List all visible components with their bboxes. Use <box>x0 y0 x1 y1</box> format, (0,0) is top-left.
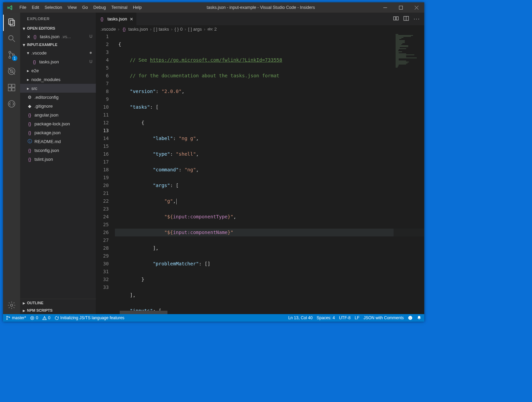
open-editor-item[interactable]: × {} tasks.json .vs... U <box>20 32 96 41</box>
file-tslint[interactable]: {}tslint.json <box>20 155 96 164</box>
activity-scm[interactable]: 1 <box>3 47 20 64</box>
file-gitignore[interactable]: ◆.gitignore <box>20 102 96 110</box>
status-encoding[interactable]: UTF-8 <box>339 315 351 320</box>
activity-debug[interactable] <box>3 64 20 80</box>
menu-bar: File Edit Selection View Go Debug Termin… <box>17 5 145 10</box>
open-editors-header[interactable]: ▾OPEN EDITORS <box>20 25 96 32</box>
json-icon: {} <box>32 59 37 64</box>
file-label: .gitignore <box>34 104 53 109</box>
gear-icon: ⚙ <box>27 94 32 100</box>
npm-scripts-header[interactable]: ▸NPM SCRIPTS <box>20 307 96 314</box>
file-label: tsconfig.json <box>34 148 59 153</box>
outline-label: OUTLINE <box>27 301 43 305</box>
svg-point-26 <box>411 317 411 318</box>
project-label: INPUT-EXAMPLE <box>27 43 57 47</box>
menu-file[interactable]: File <box>17 5 29 10</box>
file-angular-json[interactable]: {}angular.json <box>20 110 96 119</box>
close-button[interactable] <box>409 2 424 13</box>
status-eol[interactable]: LF <box>355 315 359 320</box>
close-icon[interactable]: × <box>130 16 133 22</box>
folder-e2e[interactable]: ▸e2e <box>20 66 96 75</box>
status-warnings[interactable]: 0 <box>42 315 50 320</box>
chevron-right-icon: ▸ <box>27 77 29 82</box>
crumb-tasks[interactable]: tasks <box>159 27 169 32</box>
window-controls <box>377 2 424 13</box>
svg-point-25 <box>409 317 410 318</box>
status-init[interactable]: Initializing JS/TS language features <box>55 315 124 320</box>
json-icon: {} <box>27 148 32 153</box>
tab-tasks-json[interactable]: {} tasks.json × <box>96 13 137 25</box>
status-cursor-pos[interactable]: Ln 13, Col 40 <box>288 315 312 320</box>
file-editorconfig[interactable]: ⚙.editorconfig <box>20 93 96 102</box>
crumb-leaf[interactable]: 2 <box>214 27 217 32</box>
project-header[interactable]: ▾INPUT-EXAMPLE <box>20 41 96 48</box>
json-icon: {} <box>27 121 32 126</box>
folder-label: .vscode <box>31 50 47 56</box>
feedback-icon[interactable] <box>408 315 413 320</box>
activity-extensions[interactable] <box>3 80 20 96</box>
vscode-window: File Edit Selection View Go Debug Termin… <box>3 2 424 322</box>
folder-node-modules[interactable]: ▸node_modules <box>20 75 96 84</box>
code-content[interactable]: { // See https://go.microsoft.com/fwlink… <box>115 33 424 311</box>
json-icon: {} <box>27 156 32 162</box>
crumb-index[interactable]: 0 <box>180 27 182 32</box>
activity-search[interactable] <box>3 31 20 47</box>
file-package-lock[interactable]: {}package-lock.json <box>20 119 96 128</box>
file-tsconfig[interactable]: {}tsconfig.json <box>20 146 96 155</box>
file-tasks-json[interactable]: {}tasks.jsonU <box>20 57 96 66</box>
file-readme[interactable]: ⓘREADME.md <box>20 137 96 146</box>
activity-explorer[interactable] <box>3 15 20 31</box>
vscode-logo-icon <box>3 5 17 11</box>
folder-label: src <box>31 86 37 91</box>
menu-help[interactable]: Help <box>130 5 145 10</box>
activity-remote[interactable] <box>3 96 20 113</box>
menu-debug[interactable]: Debug <box>91 5 109 10</box>
file-label: tslint.json <box>34 157 53 162</box>
json-icon: {} <box>121 26 127 32</box>
horizontal-scrollbar[interactable] <box>96 311 424 314</box>
array-icon: [ ] <box>188 27 192 32</box>
open-editor-path: .vs... <box>61 34 71 39</box>
open-editors-label: OPEN EDITORS <box>27 26 55 30</box>
json-icon: {} <box>99 16 105 22</box>
breadcrumb[interactable]: .vscode› {}tasks.json› [ ]tasks› { }0› [… <box>96 25 424 33</box>
folder-vscode[interactable]: ▾.vscode <box>20 48 96 57</box>
crumb-file[interactable]: tasks.json <box>128 27 148 32</box>
menu-selection[interactable]: Selection <box>42 5 65 10</box>
menu-go[interactable]: Go <box>79 5 91 10</box>
json-icon: {} <box>32 34 38 39</box>
more-icon[interactable]: ··· <box>414 16 420 22</box>
menu-view[interactable]: View <box>65 5 79 10</box>
titlebar[interactable]: File Edit Selection View Go Debug Termin… <box>3 2 424 13</box>
outline-header[interactable]: ▸OUTLINE <box>20 299 96 307</box>
tab-bar: {} tasks.json × ··· <box>96 13 424 25</box>
status-indent[interactable]: Spaces: 4 <box>317 315 335 320</box>
svg-rect-17 <box>396 17 398 20</box>
crumb-folder[interactable]: .vscode <box>101 27 116 32</box>
compare-icon[interactable] <box>393 16 399 22</box>
svg-point-21 <box>6 319 7 320</box>
maximize-button[interactable] <box>393 2 409 13</box>
close-icon[interactable]: × <box>27 33 30 40</box>
menu-terminal[interactable]: Terminal <box>109 5 130 10</box>
file-package-json[interactable]: {}package.json <box>20 128 96 137</box>
status-errors[interactable]: 0 <box>30 315 38 320</box>
file-label: README.md <box>34 139 61 144</box>
json-icon: {} <box>27 130 32 135</box>
folder-src[interactable]: ▸src <box>20 84 96 93</box>
menu-edit[interactable]: Edit <box>29 5 42 10</box>
minimize-button[interactable] <box>377 2 393 13</box>
info-icon: ⓘ <box>27 139 32 144</box>
split-editor-icon[interactable] <box>403 16 409 22</box>
scrollbar-thumb[interactable] <box>120 311 167 314</box>
bell-icon[interactable] <box>417 315 422 320</box>
line-gutter: 1234567891011121314151617181920212223242… <box>96 33 115 311</box>
code-editor[interactable]: 1234567891011121314151617181920212223242… <box>96 33 424 311</box>
status-language[interactable]: JSON with Comments <box>364 315 404 320</box>
string-icon: abc <box>207 27 213 31</box>
status-branch[interactable]: master* <box>6 315 26 320</box>
npm-label: NPM SCRIPTS <box>27 308 53 312</box>
activity-settings[interactable] <box>3 298 20 314</box>
svg-rect-16 <box>394 17 396 20</box>
crumb-args[interactable]: args <box>193 27 202 32</box>
